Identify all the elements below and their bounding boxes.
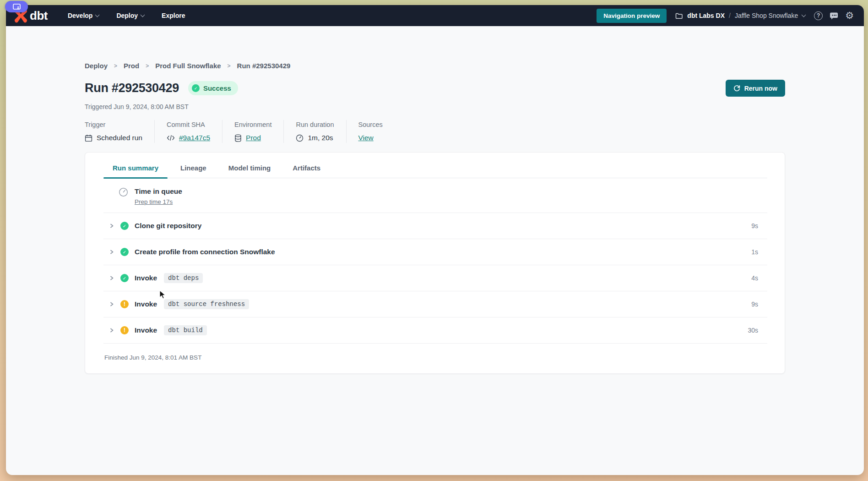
- expand-chevron-icon[interactable]: [109, 223, 114, 229]
- expand-chevron-icon[interactable]: [109, 249, 114, 255]
- help-icon[interactable]: ?: [814, 11, 823, 20]
- breadcrumb-separator: >: [146, 63, 149, 69]
- step-row-clone-git[interactable]: Clone git repository 9s: [103, 213, 767, 239]
- commit-sha-link[interactable]: #9a147c5: [179, 134, 210, 142]
- sources-view-link[interactable]: View: [358, 134, 374, 142]
- run-summary-card: Run summary Lineage Model timing Artifac…: [85, 152, 785, 374]
- step-row-create-profile[interactable]: Create profile from connection Snowflake…: [103, 239, 767, 265]
- meta-label: Commit SHA: [167, 121, 210, 128]
- refresh-icon: [733, 85, 740, 92]
- step-row-dbt-source-freshness[interactable]: Invoke dbt source freshness 9s: [103, 291, 767, 317]
- meta-label: Sources: [358, 121, 383, 128]
- step-duration: 9s: [751, 222, 758, 230]
- prep-time-link[interactable]: Prep time 17s: [135, 198, 173, 205]
- breadcrumb-job[interactable]: Prod Full Snowflake: [155, 62, 221, 70]
- app-window: dbt Develop Deploy Explore Navigation pr…: [6, 5, 864, 475]
- step-title: Invoke: [135, 274, 157, 282]
- run-meta-row: Trigger Scheduled run Commit SHA: [85, 120, 785, 143]
- chevron-down-icon: [141, 12, 145, 17]
- meta-trigger: Trigger Scheduled run: [85, 120, 155, 143]
- step-title: Invoke: [135, 300, 157, 308]
- step-command-chip: dbt build: [164, 325, 207, 335]
- nav-menu: Develop Deploy Explore: [68, 12, 185, 19]
- feedback-icon[interactable]: [830, 12, 838, 20]
- navigation-preview-button[interactable]: Navigation preview: [597, 9, 667, 23]
- dbt-logo-text: dbt: [30, 9, 48, 23]
- page-title: Run #292530429: [85, 81, 179, 95]
- nav-menu-label: Explore: [162, 12, 185, 19]
- meta-label: Run duration: [296, 121, 334, 128]
- finished-timestamp: Finished Jun 9, 2024, 8:01 AM BST: [103, 344, 767, 373]
- meta-value-text: 1m, 20s: [308, 134, 333, 142]
- step-duration: 30s: [748, 327, 758, 334]
- database-icon: [234, 134, 242, 142]
- tab-lineage[interactable]: Lineage: [171, 164, 216, 178]
- path-separator: /: [729, 12, 731, 19]
- step-status-icon: [120, 248, 129, 256]
- settings-icon[interactable]: ⚙: [845, 11, 854, 21]
- breadcrumb-separator: >: [114, 63, 117, 69]
- breadcrumb: Deploy > Prod > Prod Full Snowflake > Ru…: [85, 62, 785, 70]
- account-project-selector[interactable]: dbt Labs DX / Jaffle Shop Snowflake: [675, 12, 805, 19]
- status-badge-label: Success: [203, 84, 231, 92]
- rerun-now-button[interactable]: Rerun now: [726, 80, 785, 97]
- step-title: Invoke: [135, 326, 157, 334]
- nav-menu-deploy[interactable]: Deploy: [116, 12, 144, 19]
- folder-icon: [675, 12, 683, 19]
- breadcrumb-run[interactable]: Run #292530429: [237, 62, 291, 70]
- meta-environment: Environment Prod: [222, 120, 284, 143]
- step-title: Clone git repository: [135, 222, 201, 230]
- meta-run-duration: Run duration 1m, 20s: [284, 120, 346, 143]
- triggered-timestamp: Triggered Jun 9, 2024, 8:00 AM BST: [85, 103, 785, 110]
- screen-user-icon: [13, 4, 21, 10]
- expand-chevron-icon[interactable]: [109, 328, 114, 333]
- chevron-down-icon: [802, 12, 806, 17]
- step-status-icon: [120, 300, 129, 308]
- rerun-now-label: Rerun now: [744, 85, 777, 92]
- top-navbar: dbt Develop Deploy Explore Navigation pr…: [6, 5, 864, 26]
- meta-label: Trigger: [85, 121, 142, 128]
- nav-menu-develop[interactable]: Develop: [68, 12, 99, 19]
- step-status-icon: [120, 326, 129, 334]
- project-name: Jaffle Shop Snowflake: [735, 12, 798, 19]
- meta-commit-sha: Commit SHA #9a147c5: [155, 120, 222, 143]
- screen-share-badge[interactable]: [5, 1, 28, 12]
- nav-menu-label: Deploy: [116, 12, 138, 19]
- time-in-queue-title: Time in queue: [135, 187, 182, 196]
- chevron-down-icon: [95, 12, 100, 17]
- code-icon: [167, 135, 175, 141]
- expand-chevron-icon[interactable]: [109, 275, 114, 281]
- account-name: dbt Labs DX: [687, 12, 725, 19]
- tab-model-timing[interactable]: Model timing: [219, 164, 280, 178]
- status-badge: Success: [188, 81, 238, 95]
- step-duration: 9s: [751, 301, 758, 308]
- timer-icon: [119, 187, 128, 197]
- run-detail-page: Deploy > Prod > Prod Full Snowflake > Ru…: [6, 62, 864, 374]
- time-in-queue-row: Time in queue Prep time 17s: [103, 178, 767, 213]
- meta-value-text: Scheduled run: [97, 134, 142, 142]
- step-row-dbt-build[interactable]: Invoke dbt build 30s: [103, 317, 767, 344]
- step-title: Create profile from connection Snowflake: [135, 248, 275, 256]
- step-duration: 1s: [751, 248, 758, 256]
- step-status-icon: [120, 222, 129, 230]
- nav-menu-label: Develop: [68, 12, 92, 19]
- breadcrumb-deploy[interactable]: Deploy: [85, 62, 108, 70]
- meta-sources: Sources View: [347, 120, 395, 143]
- nav-menu-explore[interactable]: Explore: [162, 12, 185, 19]
- step-status-icon: [120, 274, 129, 282]
- environment-link[interactable]: Prod: [246, 134, 261, 142]
- top-icons: ? ⚙: [814, 11, 854, 21]
- meta-label: Environment: [234, 121, 271, 128]
- clock-icon: [296, 134, 304, 142]
- step-command-chip: dbt deps: [164, 273, 203, 283]
- tab-artifacts[interactable]: Artifacts: [283, 164, 330, 178]
- success-check-icon: [192, 84, 200, 92]
- step-command-chip: dbt source freshness: [164, 299, 249, 309]
- breadcrumb-separator: >: [228, 63, 231, 69]
- breadcrumb-prod[interactable]: Prod: [124, 62, 139, 70]
- expand-chevron-icon[interactable]: [109, 301, 114, 307]
- step-row-dbt-deps[interactable]: Invoke dbt deps 4s: [103, 265, 767, 291]
- step-duration: 4s: [751, 274, 758, 282]
- tab-run-summary[interactable]: Run summary: [103, 164, 168, 178]
- tab-bar: Run summary Lineage Model timing Artifac…: [103, 153, 767, 178]
